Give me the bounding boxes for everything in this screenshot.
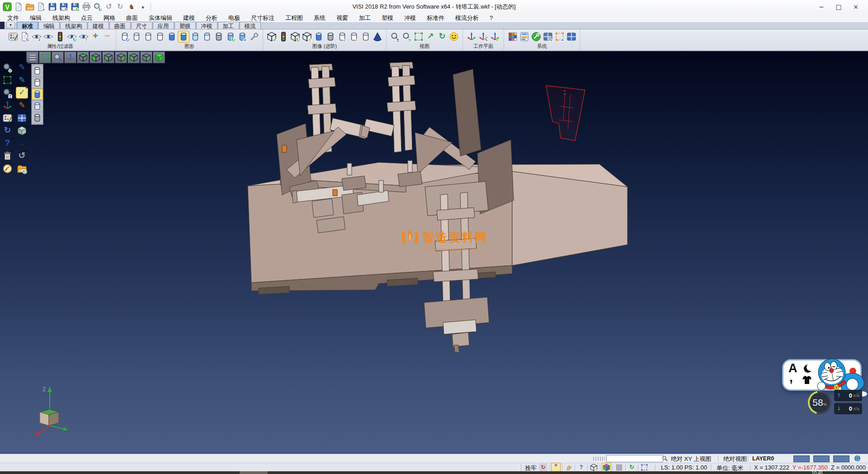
dimension-button[interactable]: ↔ xyxy=(16,138,28,149)
confirm-check-button[interactable]: ✓ xyxy=(16,87,28,98)
toolbar-tab-2[interactable]: 线架构 xyxy=(60,22,87,29)
selection-set-button[interactable]: + xyxy=(554,31,565,42)
menu-item-18[interactable]: 模流分析 xyxy=(450,14,484,23)
pan-view-button[interactable]: ↗ xyxy=(425,31,436,42)
menu-item-8[interactable]: 分析 xyxy=(200,14,223,23)
restore-button[interactable]: □ xyxy=(830,1,847,12)
globe-icon[interactable] xyxy=(854,455,861,462)
menu-item-17[interactable]: 标准件 xyxy=(421,14,450,23)
print-preview-button[interactable]: ↻ xyxy=(93,2,103,12)
menu-item-11[interactable]: 工程图 xyxy=(280,14,308,23)
print-button[interactable] xyxy=(81,2,91,12)
view-mode-label[interactable]: 绝对 XY 上视图 xyxy=(671,455,711,463)
absolute-view-label[interactable]: 绝对视图 xyxy=(723,455,747,463)
context-help-button[interactable]: ? xyxy=(577,463,585,472)
layers-traffic-button[interactable] xyxy=(278,31,289,42)
zoom-inout-button[interactable]: ± xyxy=(390,31,401,42)
view-top-button[interactable] xyxy=(77,52,89,63)
system-options-button[interactable] xyxy=(531,31,542,42)
sketch-curve-button[interactable]: ✎ xyxy=(16,75,28,85)
windows-taskbar-edge[interactable]: 10:45 xyxy=(0,471,868,474)
toolbar-tab-4[interactable]: 曲面 xyxy=(109,22,131,29)
render-hatch-button[interactable] xyxy=(32,113,42,123)
color-table-button[interactable] xyxy=(507,31,518,42)
layer-manager-button[interactable] xyxy=(2,113,13,123)
solid-wireframe-button[interactable] xyxy=(325,31,336,42)
render-wireframe-button[interactable] xyxy=(32,66,42,76)
rotate-view-button[interactable]: ↻ xyxy=(437,31,448,42)
menu-item-6[interactable]: 实体编辑 xyxy=(143,14,178,23)
toolbar-tab-3[interactable]: 建模 xyxy=(88,22,109,29)
toolbar-tab-8[interactable]: 冲模 xyxy=(196,22,217,29)
save-as-button[interactable]: ✎ xyxy=(59,2,69,12)
auto-refresh-button[interactable]: ↻ xyxy=(627,463,636,472)
grid-settings-button[interactable] xyxy=(566,31,577,42)
zoom-extents-side-button[interactable] xyxy=(2,75,13,85)
zoom-scale-button[interactable]: ± xyxy=(2,87,13,98)
zoom-previous-button[interactable]: + xyxy=(2,62,13,73)
zoom-extents-button[interactable] xyxy=(39,52,51,63)
layers-refresh-button[interactable]: ↻ xyxy=(290,31,301,42)
hatch-mode-button[interactable] xyxy=(213,31,224,42)
close-button[interactable]: × xyxy=(847,1,864,12)
solid-tools-button[interactable] xyxy=(16,125,28,136)
level-list-button[interactable] xyxy=(615,463,623,472)
toolbar-tab-0[interactable]: 标准 xyxy=(17,22,38,29)
window-grid-button[interactable] xyxy=(16,113,28,123)
help-button[interactable]: ? xyxy=(2,138,13,149)
regen-solids-button[interactable]: ↻ xyxy=(225,31,236,42)
render-quality-button[interactable] xyxy=(448,31,459,42)
cone-display-button[interactable] xyxy=(372,31,383,42)
filter-refresh-button[interactable]: ↻ xyxy=(66,31,77,42)
menu-item-0[interactable]: 文件 xyxy=(2,14,24,23)
undo-button[interactable]: ↺ xyxy=(104,2,114,12)
toolbar-grip[interactable] xyxy=(593,457,605,461)
toolbar-tab-1[interactable]: 编辑 xyxy=(38,22,60,29)
search-icon[interactable] xyxy=(661,455,668,462)
menu-item-19[interactable]: ? xyxy=(484,14,498,22)
menu-item-12[interactable]: 系统 xyxy=(308,14,331,23)
new-file-button[interactable] xyxy=(14,2,24,12)
measure-compass-button[interactable] xyxy=(2,163,13,174)
menu-item-14[interactable]: 加工 xyxy=(354,14,376,23)
toolbar-tab-5[interactable]: 尺寸 xyxy=(131,22,152,29)
sketch-spline-button[interactable]: ✎ xyxy=(16,100,28,111)
zoom-window-button[interactable] xyxy=(413,31,424,42)
taskbar-item[interactable] xyxy=(240,471,268,474)
save-button[interactable] xyxy=(47,2,57,12)
filter-remove-button[interactable]: − xyxy=(43,31,54,42)
menu-item-15[interactable]: 塑模 xyxy=(376,14,399,23)
memory-usage-widget[interactable]: 58% xyxy=(807,389,833,416)
render-hidden-button[interactable] xyxy=(32,77,42,88)
active-layer-label[interactable]: LAYER0 xyxy=(752,455,774,462)
layers-toggle-button[interactable]: ± xyxy=(302,31,312,42)
save-all-button[interactable]: ↻ xyxy=(70,2,80,12)
layer-color-swatch-0[interactable] xyxy=(793,455,810,462)
menu-item-9[interactable]: 电极 xyxy=(223,14,245,23)
zoom-selection-button[interactable]: □ xyxy=(401,31,412,42)
dashed-hidden-mode-button[interactable] xyxy=(155,31,165,42)
solid-shaded-button[interactable] xyxy=(313,31,324,42)
filter-add-button[interactable]: + xyxy=(31,31,42,42)
download-speed[interactable]: ↓ 0 K/s xyxy=(834,403,862,414)
workplane-create-button[interactable] xyxy=(466,31,477,42)
copy-attributes-button[interactable]: ✎ xyxy=(19,31,30,42)
magic-select-button[interactable]: * xyxy=(552,463,560,472)
menu-item-7[interactable]: 建模 xyxy=(178,14,200,23)
menu-item-3[interactable]: 点云 xyxy=(75,14,98,23)
filter-plus-button[interactable]: + xyxy=(90,31,101,42)
viewport[interactable]: +±↻? ✎✎✓✎↔↺↻ 智造资料网 HTTP://WWW.MANUFACTUR… xyxy=(0,51,868,454)
solid-validate-button[interactable]: ✓ xyxy=(337,31,348,42)
toolbar-tab-7[interactable]: 塑膜 xyxy=(175,22,196,29)
solid-ghost-button[interactable] xyxy=(360,31,371,42)
refresh-view-button[interactable]: ↻ xyxy=(2,125,13,136)
upload-speed[interactable]: ↑ 0 K/s xyxy=(834,390,862,401)
menu-item-5[interactable]: 曲面 xyxy=(121,14,143,23)
menu-item-4[interactable]: 网格 xyxy=(98,14,121,23)
macro-knight-button[interactable]: ♞ xyxy=(127,2,137,12)
menu-item-10[interactable]: 尺寸标注 xyxy=(245,14,280,23)
view-right-button[interactable] xyxy=(115,52,127,63)
grid-view-button[interactable]: + xyxy=(640,463,649,472)
pick-tool-button[interactable] xyxy=(564,463,573,472)
filter-minus-button[interactable]: − xyxy=(102,31,113,42)
